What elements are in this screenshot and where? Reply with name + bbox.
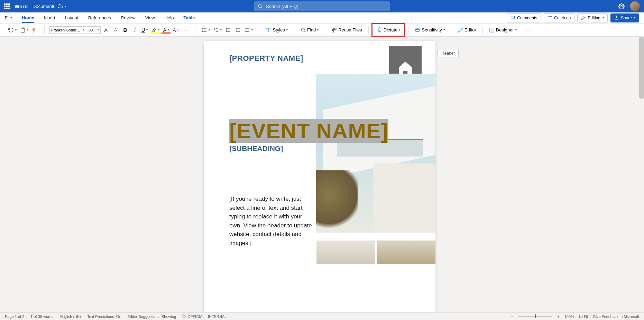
align-button[interactable]: ▾	[243, 26, 254, 35]
building-photo	[316, 74, 435, 233]
undo-icon	[8, 27, 14, 33]
settings-gear-icon[interactable]	[618, 3, 625, 9]
grow-font-button[interactable]: A^	[101, 26, 110, 35]
share-label: Share	[621, 16, 632, 20]
svg-line-24	[304, 31, 305, 32]
title-bar: Word Document6 ▾ Search (Alt + Q)	[0, 0, 644, 12]
document-page[interactable]: Header [PROPERTY NAME] [EVENT NAME] [SUB…	[204, 41, 435, 312]
tab-insert[interactable]: Insert	[44, 15, 55, 20]
tab-table[interactable]: Table	[180, 14, 198, 22]
feedback-link[interactable]: Give Feedback to Microsoft	[593, 314, 639, 319]
subheading[interactable]: [SUBHEADING]	[229, 144, 388, 153]
bullets-button[interactable]: ▾	[200, 26, 211, 35]
svg-point-9	[202, 30, 203, 30]
chevron-down-icon: ▾	[209, 28, 210, 31]
underline-button[interactable]: U▾	[140, 26, 149, 35]
editor-suggestions-status[interactable]: Editor Suggestions: Showing	[128, 314, 176, 319]
property-name-heading[interactable]: [PROPERTY NAME]	[229, 54, 303, 63]
styles-button[interactable]: Styles▾	[264, 26, 289, 35]
sensitivity-button[interactable]: Sensitivity▾	[413, 26, 446, 35]
tab-home[interactable]: Home	[22, 15, 34, 20]
classification-status[interactable]: OFFICIAL - INTERNAL	[182, 314, 227, 319]
body-paragraph[interactable]: [If you're ready to write, just select a…	[229, 195, 312, 247]
outdent-icon	[226, 27, 231, 33]
clear-formatting-button[interactable]: A◇	[171, 26, 181, 35]
svg-point-8	[202, 28, 203, 29]
italic-button[interactable]: I	[130, 26, 139, 35]
bold-button[interactable]: B	[121, 26, 130, 35]
tag-icon	[182, 314, 186, 318]
undo-button[interactable]: ▾	[7, 26, 18, 35]
zoom-in-button[interactable]: +	[557, 314, 559, 319]
chevron-down-icon: ▾	[168, 28, 169, 31]
svg-rect-33	[579, 315, 582, 318]
font-color-button[interactable]: A▾	[162, 26, 171, 35]
page-count[interactable]: Page 1 of 2	[5, 314, 24, 319]
event-block[interactable]: [EVENT NAME] [SUBHEADING]	[229, 119, 388, 153]
paste-button[interactable]: ▾	[19, 26, 30, 35]
dictate-button[interactable]: Dictate▾	[375, 26, 402, 35]
find-button[interactable]: Find▾	[299, 26, 320, 35]
svg-rect-4	[22, 28, 24, 29]
comments-button[interactable]: Comments	[507, 13, 541, 22]
tab-help[interactable]: Help	[165, 15, 174, 20]
vertical-scrollbar[interactable]	[639, 37, 644, 312]
search-box[interactable]: Search (Alt + Q)	[254, 1, 390, 11]
increase-indent-button[interactable]	[233, 26, 242, 35]
tab-view[interactable]: View	[145, 15, 155, 20]
chevron-down-icon: ▾	[15, 28, 17, 31]
editor-label: Editor	[464, 27, 476, 32]
document-canvas[interactable]: Header [PROPERTY NAME] [EVENT NAME] [SUB…	[0, 37, 639, 312]
search-icon	[301, 27, 306, 32]
numbered-list-icon	[213, 27, 219, 33]
reuse-files-button[interactable]: Reuse Files	[330, 26, 364, 35]
more-commands-button[interactable]: ⋯	[524, 26, 533, 35]
comments-label: Comments	[517, 16, 537, 20]
fit-button[interactable]: Fit	[579, 314, 588, 319]
word-count[interactable]: 1 of 39 words	[30, 314, 53, 319]
zoom-slider[interactable]	[518, 316, 552, 317]
editing-mode-button[interactable]: Editing ▾	[577, 13, 608, 22]
fit-icon	[579, 314, 583, 318]
tab-file[interactable]: File	[5, 15, 12, 20]
chevron-down-icon: ▾	[443, 28, 445, 31]
catch-up-button[interactable]: Catch up	[544, 13, 574, 22]
editor-button[interactable]: Editor	[456, 26, 478, 35]
search-icon	[258, 4, 263, 9]
fit-label: Fit	[584, 314, 588, 319]
event-name-heading[interactable]: [EVENT NAME]	[229, 119, 388, 143]
chevron-down-icon: ▾	[251, 28, 253, 31]
numbering-button[interactable]: ▾	[212, 26, 223, 35]
reuse-files-icon	[331, 27, 337, 33]
tab-references[interactable]: References	[88, 15, 111, 20]
designer-button[interactable]: Designer▾	[488, 26, 518, 35]
tab-layout[interactable]: Layout	[65, 15, 79, 20]
font-name-selector[interactable]: Franklin Gothic...▾	[49, 26, 86, 34]
chevron-down-icon: ▾	[146, 28, 148, 31]
svg-rect-25	[332, 28, 334, 30]
zoom-out-button[interactable]: −	[511, 314, 513, 319]
app-launcher-icon[interactable]	[4, 3, 10, 9]
toolbar: ▾ ▾ Franklin Gothic...▾ 80▾ A^ A⌄ B I U▾…	[0, 23, 644, 37]
chevron-down-icon: ▾	[158, 28, 159, 31]
font-size-selector[interactable]: 80▾	[87, 26, 101, 34]
more-font-options-button[interactable]: ⋯	[181, 26, 190, 35]
document-name[interactable]: Document6 ▾	[33, 4, 66, 9]
tab-review[interactable]: Review	[121, 15, 136, 20]
dictate-label: Dictate	[384, 27, 397, 32]
svg-rect-26	[335, 28, 337, 30]
header-region-label[interactable]: Header	[438, 49, 459, 57]
share-button[interactable]: Share ▾	[610, 13, 639, 22]
highlight-color-button[interactable]: ▾	[150, 26, 161, 35]
user-avatar[interactable]	[630, 1, 640, 11]
ribbon-tabs: File Home Insert Layout References Revie…	[0, 12, 644, 23]
decrease-indent-button[interactable]	[224, 26, 233, 35]
shrink-font-button[interactable]: A⌄	[111, 26, 120, 35]
scrollbar-thumb[interactable]	[639, 37, 644, 99]
chevron-down-icon: ▾	[286, 28, 288, 31]
language-status[interactable]: English (UK)	[59, 314, 81, 319]
saved-cloud-icon	[58, 4, 63, 9]
format-painter-button[interactable]	[30, 26, 39, 35]
zoom-level[interactable]: 100%	[564, 314, 574, 319]
text-predictions-status[interactable]: Text Predictions: On	[87, 314, 121, 319]
